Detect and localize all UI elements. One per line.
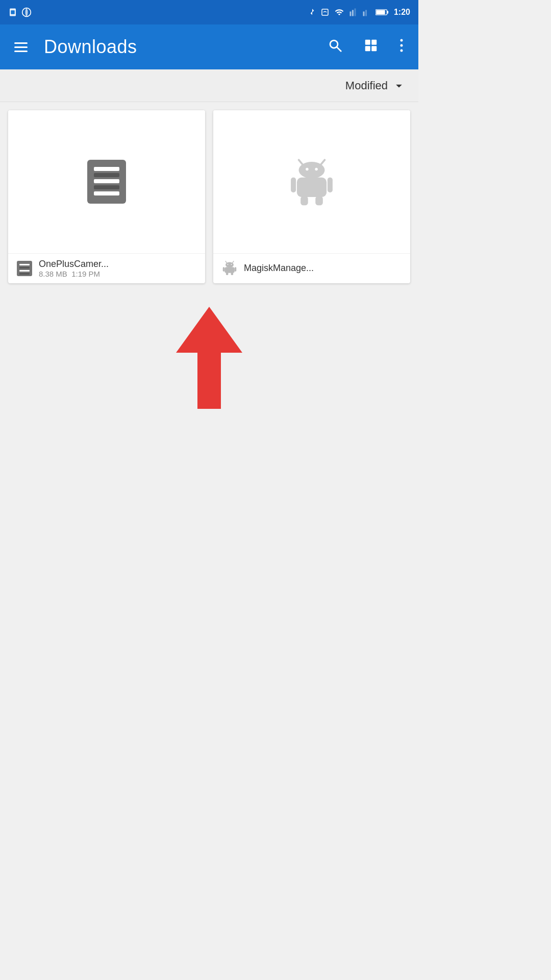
svg-rect-28: [19, 264, 30, 265]
svg-rect-10: [387, 11, 389, 13]
chevron-down-icon: [392, 79, 406, 93]
svg-rect-3: [322, 9, 328, 15]
search-icon: [328, 38, 343, 53]
file-type-icon-2: [220, 259, 239, 277]
nfc-icon: [320, 8, 330, 17]
svg-rect-11: [376, 10, 385, 14]
svg-rect-39: [328, 178, 333, 192]
svg-rect-16: [365, 46, 370, 51]
sort-button[interactable]: Modified: [345, 79, 406, 93]
file-name-2: MagiskManage...: [244, 263, 403, 274]
zip-preview-icon: [87, 160, 126, 204]
status-bar: 1:20: [0, 0, 418, 24]
svg-line-42: [226, 261, 227, 263]
grid-view-icon: [363, 38, 379, 53]
app-bar: Downloads: [0, 24, 418, 69]
svg-rect-6: [354, 9, 356, 16]
svg-rect-31: [19, 273, 30, 275]
svg-rect-14: [365, 39, 370, 44]
svg-rect-47: [224, 267, 234, 273]
svg-rect-49: [235, 267, 237, 272]
file-card-2[interactable]: MagiskManage...: [213, 110, 410, 283]
svg-rect-38: [291, 178, 296, 192]
svg-line-43: [232, 261, 234, 263]
file-preview-2: [213, 110, 410, 253]
data-icon: [21, 7, 32, 17]
svg-point-20: [400, 49, 403, 52]
arrow-container: [0, 291, 418, 429]
more-vert-icon: [399, 38, 404, 53]
svg-rect-51: [231, 273, 233, 275]
svg-rect-30: [19, 270, 30, 272]
svg-point-19: [400, 44, 403, 46]
file-info-2: MagiskManage...: [244, 263, 403, 274]
android-preview-icon: [286, 156, 337, 207]
search-button[interactable]: [323, 34, 347, 61]
sort-label: Modified: [345, 79, 388, 92]
svg-rect-26: [94, 191, 119, 195]
sim-icon: [8, 8, 17, 17]
status-bar-right: 1:20: [308, 7, 410, 17]
svg-marker-52: [176, 307, 242, 409]
svg-point-18: [400, 39, 403, 41]
svg-rect-40: [300, 196, 308, 205]
svg-rect-50: [226, 273, 228, 275]
page-title: Downloads: [44, 36, 311, 58]
svg-point-46: [231, 264, 232, 265]
menu-button[interactable]: [10, 38, 32, 56]
svg-rect-48: [223, 267, 225, 272]
svg-rect-5: [352, 10, 354, 16]
file-info-1: OnePlusCamer... 8.38 MB 1:19 PM: [39, 259, 198, 278]
status-time: 1:20: [394, 8, 410, 17]
battery-icon: [375, 8, 389, 16]
svg-rect-37: [297, 178, 327, 197]
svg-line-13: [337, 47, 341, 51]
svg-rect-1: [11, 10, 15, 14]
more-options-button[interactable]: [395, 34, 408, 61]
wifi-icon: [334, 8, 345, 17]
svg-rect-22: [94, 167, 119, 171]
file-preview-1: [8, 110, 205, 253]
file-footer-2: MagiskManage...: [213, 253, 410, 282]
svg-rect-23: [94, 173, 119, 177]
sort-bar: Modified: [0, 69, 418, 102]
red-up-arrow: [176, 307, 242, 409]
file-type-icon-1: [15, 259, 34, 278]
bluetooth-icon: [308, 7, 316, 17]
signal-icon-1: [349, 8, 358, 17]
file-name-1: OnePlusCamer...: [39, 259, 198, 270]
svg-rect-41: [315, 196, 323, 205]
grid-view-button[interactable]: [359, 34, 383, 61]
svg-rect-25: [94, 185, 119, 189]
svg-point-34: [299, 162, 325, 179]
svg-rect-24: [94, 179, 119, 183]
svg-rect-15: [371, 39, 377, 44]
status-bar-left: [8, 7, 32, 17]
file-grid: OnePlusCamer... 8.38 MB 1:19 PM: [0, 102, 418, 291]
file-footer-1: OnePlusCamer... 8.38 MB 1:19 PM: [8, 253, 205, 283]
svg-point-36: [315, 168, 317, 170]
svg-rect-17: [371, 46, 377, 51]
svg-rect-29: [19, 267, 30, 268]
svg-point-44: [226, 262, 234, 268]
signal-icon-2: [362, 8, 371, 17]
file-card-1[interactable]: OnePlusCamer... 8.38 MB 1:19 PM: [8, 110, 205, 283]
svg-rect-8: [365, 10, 367, 16]
svg-rect-7: [363, 12, 364, 16]
svg-point-35: [306, 168, 308, 170]
svg-rect-4: [349, 12, 351, 16]
svg-point-45: [228, 264, 229, 265]
file-meta-1: 8.38 MB 1:19 PM: [39, 270, 198, 278]
